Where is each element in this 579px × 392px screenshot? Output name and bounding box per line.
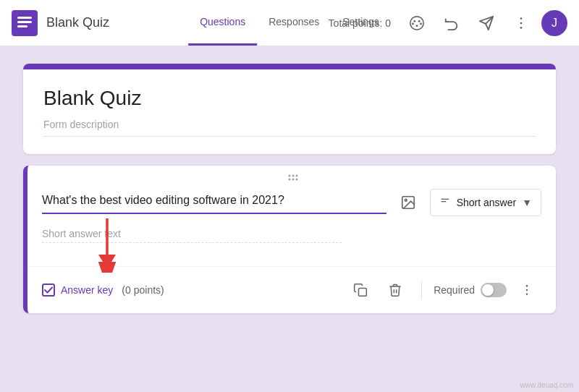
- answer-key-label: Answer key: [61, 284, 113, 296]
- top-bar: Blank Quiz Questions Responses Settings …: [0, 0, 579, 46]
- tab-responses[interactable]: Responses: [257, 0, 331, 46]
- tab-settings[interactable]: Settings: [331, 0, 391, 46]
- duplicate-button[interactable]: [346, 276, 375, 304]
- main-content: Blank Quiz Form description: [0, 46, 579, 331]
- required-label: Required: [434, 284, 475, 296]
- svg-marker-16: [98, 255, 116, 269]
- answer-key-button[interactable]: Answer key: [42, 284, 113, 297]
- question-type-select[interactable]: Short answer ▼: [430, 189, 541, 216]
- add-image-button[interactable]: [395, 189, 421, 216]
- watermark: www.deuaq.com: [520, 381, 573, 389]
- svg-point-18: [289, 179, 291, 181]
- svg-point-28: [526, 285, 528, 287]
- svg-point-12: [520, 17, 523, 20]
- points-label: (0 points): [122, 284, 164, 296]
- short-answer-icon: [439, 195, 451, 210]
- undo-button[interactable]: [437, 9, 466, 38]
- palette-button[interactable]: [402, 9, 431, 38]
- svg-point-8: [412, 22, 414, 25]
- question-input[interactable]: [42, 191, 386, 214]
- svg-point-24: [405, 199, 407, 201]
- toggle-knob: [482, 284, 494, 296]
- svg-point-5: [413, 20, 415, 22]
- svg-point-14: [520, 27, 523, 29]
- tab-questions[interactable]: Questions: [188, 0, 257, 46]
- question-card: Short answer ▼ Short answer text Answer …: [23, 166, 556, 313]
- svg-point-20: [292, 179, 295, 181]
- form-title: Blank Quiz: [43, 87, 536, 110]
- svg-point-9: [420, 22, 422, 25]
- question-row: Short answer ▼: [42, 189, 541, 216]
- answer-key-checkbox: [42, 284, 55, 297]
- svg-point-6: [418, 20, 420, 22]
- svg-rect-27: [359, 289, 367, 297]
- send-button[interactable]: [472, 9, 501, 38]
- question-type-label: Short answer: [457, 197, 516, 208]
- avatar[interactable]: J: [541, 10, 567, 36]
- delete-button[interactable]: [381, 276, 410, 304]
- svg-point-19: [292, 175, 295, 177]
- app-title: Blank Quiz: [46, 15, 109, 30]
- form-header-card: Blank Quiz Form description: [23, 64, 556, 154]
- arrow-annotation: [85, 215, 129, 276]
- svg-rect-1: [17, 17, 32, 19]
- svg-rect-3: [17, 25, 28, 27]
- svg-point-30: [526, 294, 528, 296]
- svg-point-17: [289, 175, 291, 177]
- svg-rect-2: [17, 21, 32, 23]
- svg-point-22: [296, 179, 298, 181]
- dropdown-arrow-icon: ▼: [522, 197, 532, 208]
- nav-tabs: Questions Responses Settings: [188, 0, 391, 46]
- drag-handle: [28, 166, 556, 189]
- card-more-options-button[interactable]: [512, 276, 541, 304]
- more-options-button[interactable]: [507, 9, 536, 38]
- required-toggle[interactable]: [481, 283, 507, 297]
- divider: [421, 281, 422, 299]
- app-icon: [12, 10, 38, 36]
- svg-point-29: [526, 289, 528, 291]
- svg-point-21: [296, 175, 298, 177]
- form-description: Form description: [43, 119, 536, 137]
- svg-point-7: [416, 25, 418, 27]
- required-row: Required: [434, 283, 507, 297]
- svg-point-13: [520, 22, 523, 24]
